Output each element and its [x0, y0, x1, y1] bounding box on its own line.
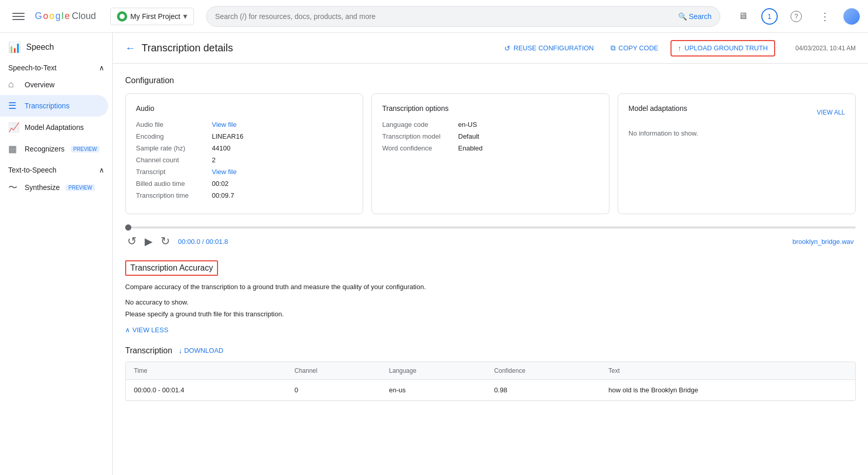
audio-file-row: Audio file View file: [136, 121, 352, 128]
sidebar-label-model-adaptations: Model Adaptations: [25, 123, 84, 131]
channel-count-label: Channel count: [136, 156, 208, 164]
rewind-button[interactable]: ↺: [127, 235, 136, 248]
recognizers-preview-badge: PREVIEW: [71, 146, 100, 153]
audio-card-title: Audio: [136, 104, 352, 112]
upload-icon: ↑: [678, 44, 681, 52]
help-icon: ?: [791, 11, 802, 22]
col-language: Language: [381, 362, 486, 380]
back-button[interactable]: ←: [125, 42, 135, 54]
fast-forward-button[interactable]: ↻: [161, 235, 170, 248]
transcription-model-row: Transcription model Default: [382, 132, 599, 140]
transcription-section-title: Transcription: [125, 346, 172, 355]
play-icon: ▶: [145, 235, 152, 248]
audio-filename-link[interactable]: brooklyn_bridge.wav: [793, 238, 854, 245]
page-header-actions: ↺ REUSE CONFIGURATION ⧉ COPY CODE ↑ UPLO…: [500, 40, 856, 56]
transcription-time-value: 00:09.7: [212, 192, 234, 199]
display-icon: 🖥: [738, 11, 747, 22]
encoding-row: Encoding LINEAR16: [136, 132, 352, 140]
transcription-header: Transcription ↓ DOWNLOAD: [125, 346, 856, 355]
transcript-link[interactable]: View file: [212, 168, 236, 176]
sidebar-label-synthesize: Synthesize: [25, 183, 60, 192]
download-label: DOWNLOAD: [184, 347, 224, 354]
chevron-up-tts-icon: ∧: [99, 166, 104, 174]
list-icon: ☰: [8, 100, 18, 111]
reuse-icon: ↺: [504, 44, 510, 52]
copy-code-button[interactable]: ⧉ COPY CODE: [606, 41, 663, 55]
transcription-table-container: Time Channel Language Confidence Text 00…: [125, 362, 856, 401]
sidebar: 📊 Speech Speech-to-Text ∧ ⌂ Overview ☰ T…: [0, 33, 113, 475]
sidebar-label-recognizers: Recognizers: [25, 145, 65, 153]
notification-count: 1: [767, 12, 772, 21]
display-icon-button[interactable]: 🖥: [733, 6, 753, 27]
page-timestamp: 04/03/2023, 10:41 AM: [796, 45, 856, 52]
accuracy-hint: Please specify a ground truth file for t…: [125, 310, 856, 318]
view-less-button[interactable]: ∧ VIEW LESS: [125, 326, 168, 334]
notification-badge[interactable]: 1: [761, 8, 778, 25]
transcription-options-card: Transcription options Language code en-U…: [371, 93, 609, 214]
transcription-table: Time Channel Language Confidence Text 00…: [126, 362, 855, 401]
audio-file-label: Audio file: [136, 121, 208, 128]
search-icon: 🔍: [678, 12, 687, 21]
hamburger-button[interactable]: [8, 6, 29, 27]
search-bar[interactable]: 🔍 Search: [206, 6, 720, 27]
project-name: My First Project: [130, 12, 180, 21]
avatar[interactable]: [843, 8, 860, 25]
encoding-value: LINEAR16: [212, 132, 243, 140]
table-header: Time Channel Language Confidence Text: [126, 362, 855, 380]
copy-icon: ⧉: [610, 44, 616, 52]
reuse-configuration-button[interactable]: ↺ REUSE CONFIGURATION: [500, 41, 598, 55]
word-confidence-label: Word confidence: [382, 144, 454, 152]
billed-audio-row: Billed audio time 00:02: [136, 180, 352, 187]
sample-rate-label: Sample rate (hz): [136, 144, 208, 152]
sample-rate-row: Sample rate (hz) 44100: [136, 144, 352, 152]
accuracy-title: Transcription Accuracy: [125, 260, 218, 276]
accuracy-section: Transcription Accuracy Compare accuracy …: [125, 260, 856, 334]
audio-controls: ↺ ▶ ↻ 00:00.0 / 00:01.8 brooklyn_bridge.…: [125, 235, 856, 248]
more-options-button[interactable]: ⋮: [815, 6, 835, 27]
audio-progress-thumb[interactable]: [125, 224, 131, 231]
search-button[interactable]: 🔍 Search: [678, 12, 712, 21]
billed-audio-value: 00:02: [212, 180, 229, 187]
help-button[interactable]: ?: [786, 6, 806, 27]
transcription-time-label: Transcription time: [136, 192, 208, 199]
channel-count-value: 2: [212, 156, 215, 164]
top-navigation: Google Cloud My First Project ▾ 🔍 Search…: [0, 0, 868, 33]
chevron-up-icon: ∧: [125, 326, 130, 334]
more-icon: ⋮: [820, 10, 830, 23]
model-no-info: No information to show.: [628, 129, 698, 137]
project-selector[interactable]: My First Project ▾: [110, 8, 194, 25]
download-button[interactable]: ↓ DOWNLOAD: [179, 347, 224, 355]
sidebar-item-overview[interactable]: ⌂ Overview: [0, 74, 108, 95]
section-tts-label: Text-to-Speech: [8, 166, 56, 174]
audio-time-display: 00:00.0 / 00:01.8: [178, 238, 228, 245]
channel-count-row: Channel count 2: [136, 156, 352, 164]
page-title: Transcription details: [142, 42, 233, 54]
page-header-left: ← Transcription details: [125, 42, 233, 54]
col-text: Text: [600, 362, 855, 380]
language-code-label: Language code: [382, 121, 454, 128]
cell-channel: 0: [286, 379, 381, 400]
sidebar-item-model-adaptations[interactable]: 📈 Model Adaptations: [0, 117, 108, 138]
view-all-button[interactable]: VIEW ALL: [817, 109, 845, 116]
audio-file-link[interactable]: View file: [212, 121, 236, 128]
page-header: ← Transcription details ↺ REUSE CONFIGUR…: [113, 33, 868, 64]
sidebar-item-synthesize[interactable]: 〜 Synthesize PREVIEW: [0, 176, 108, 199]
main-content: ← Transcription details ↺ REUSE CONFIGUR…: [113, 33, 868, 475]
word-confidence-row: Word confidence Enabled: [382, 144, 599, 152]
sample-rate-value: 44100: [212, 144, 230, 152]
sidebar-item-transcriptions[interactable]: ☰ Transcriptions: [0, 95, 108, 117]
project-icon: [117, 11, 127, 22]
transcription-model-label: Transcription model: [382, 132, 454, 140]
accuracy-no-data: No accuracy to show.: [125, 298, 856, 306]
play-button[interactable]: ▶: [145, 235, 152, 248]
sidebar-item-recognizers[interactable]: ▦ Recognizers PREVIEW: [0, 138, 108, 160]
upload-ground-truth-button[interactable]: ↑ UPLOAD GROUND TRUTH: [670, 40, 775, 56]
download-icon: ↓: [179, 347, 182, 355]
cell-confidence: 0.98: [486, 379, 600, 400]
rewind-icon: ↺: [127, 235, 136, 248]
sidebar-label-transcriptions: Transcriptions: [25, 102, 69, 110]
search-input[interactable]: [215, 12, 674, 21]
configuration-title: Configuration: [125, 76, 856, 85]
chart-icon: 📈: [8, 122, 18, 133]
audio-progress-bar[interactable]: [125, 226, 856, 229]
